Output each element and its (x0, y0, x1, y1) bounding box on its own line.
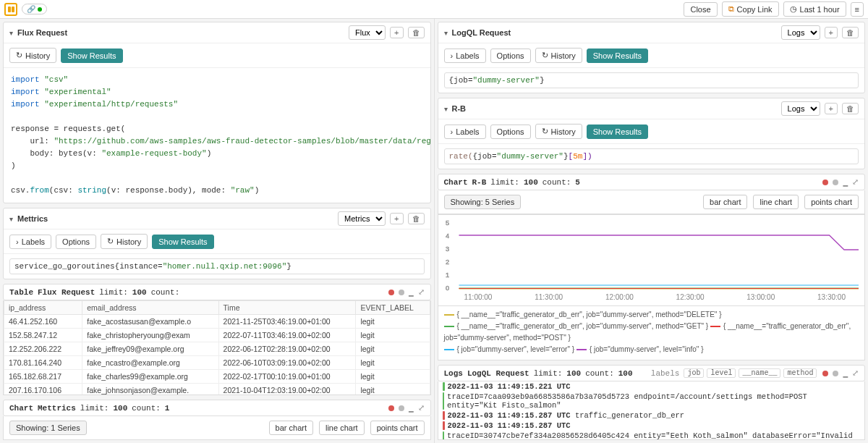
labels-tab[interactable]: ›Labels (9, 235, 51, 249)
log-line[interactable]: 2022-11-03 11:49:15.221 UTC (438, 381, 865, 392)
copy-link-button[interactable]: ⧉Copy Link (722, 1, 779, 17)
legend-item[interactable]: { __name__="traffic_generator_db_err", j… (457, 322, 710, 330)
options-tab[interactable]: Options (490, 48, 531, 63)
log-tag[interactable]: job (684, 368, 704, 378)
table-row[interactable]: 207.16.170.106fake_johnsonjason@example.… (4, 384, 430, 395)
options-tab[interactable]: Options (490, 125, 531, 139)
delete-panel-button[interactable]: 🗑 (408, 213, 425, 224)
expand-button[interactable]: ⤢ (852, 177, 859, 187)
log-tag[interactable]: __name__ (739, 368, 780, 378)
add-panel-button[interactable]: + (825, 27, 838, 38)
table-row[interactable]: 46.41.252.160fake_acostasusan@example.o2… (4, 315, 430, 329)
log-tag[interactable]: level (707, 368, 736, 378)
rb-query-input[interactable]: rate({job="dummy-server"}[5m]) (444, 148, 859, 164)
time-range-button[interactable]: ◷Last 1 hour (783, 1, 846, 17)
table-row[interactable]: 152.58.247.12fake_christopheryoung@exam2… (4, 329, 430, 342)
metrics-type-select[interactable]: Metrics (338, 211, 386, 226)
add-panel-button[interactable]: + (390, 27, 403, 38)
col-email[interactable]: email_address (82, 301, 218, 315)
table-row[interactable]: 165.182.68.217fake_charles99@example.org… (4, 370, 430, 384)
log-line[interactable]: traceID=7caa093eb9a66853586a7b3a705d5723… (438, 392, 865, 410)
expand-button[interactable]: ⤢ (852, 368, 859, 378)
legend-item[interactable]: { job="dummy-server", level="info" } (590, 345, 704, 353)
points-chart-button[interactable]: points chart (804, 195, 859, 209)
bar-chart-button[interactable]: bar chart (269, 421, 313, 435)
log-line[interactable]: 2022-11-03 11:49:15.287 UTC (438, 421, 865, 431)
history-tab[interactable]: History (535, 124, 582, 139)
copy-icon: ⧉ (728, 4, 734, 14)
delete-panel-button[interactable]: 🗑 (842, 103, 859, 114)
history-icon (542, 51, 548, 60)
chevron-right-icon: › (16, 237, 19, 246)
flux-type-select[interactable]: Flux (349, 25, 386, 40)
legend-item[interactable]: { job="dummy-server", level="error" } (457, 345, 576, 353)
options-tab[interactable]: Options (56, 235, 96, 249)
history-tab[interactable]: History (535, 48, 582, 63)
series-count-chip[interactable]: Showing: 5 Series (444, 195, 522, 209)
show-results-tab[interactable]: Show Results (152, 235, 213, 249)
expand-button[interactable]: ⤢ (418, 403, 425, 413)
logs-body[interactable]: 2022-11-03 11:49:15.221 UTCtraceID=7caa0… (438, 381, 866, 440)
x-tick: 12:30:00 (676, 293, 705, 301)
status-dot-icon (822, 180, 828, 185)
chart-rb-header: Chart R-B limit: 100 count: 5 ▁⤢ (438, 174, 866, 190)
flux-panel: ▾ Flux Request Flux + 🗑 History Show Res… (3, 22, 431, 203)
expand-button[interactable]: ⤢ (418, 287, 425, 297)
collapse-icon[interactable]: ▾ (9, 29, 13, 37)
logql-panel: ▾ LogQL Request Logs + 🗑 ›Labels Options… (438, 22, 866, 93)
add-panel-button[interactable]: + (390, 213, 403, 224)
clock-icon: ◷ (790, 4, 797, 14)
menu-button[interactable]: ≡ (851, 2, 864, 17)
history-tab[interactable]: History (101, 234, 148, 249)
points-chart-button[interactable]: points chart (370, 421, 425, 435)
line-chart-button[interactable]: line chart (753, 195, 799, 209)
collapse-icon[interactable]: ▾ (444, 105, 448, 113)
logql-type-select[interactable]: Logs (781, 25, 820, 40)
close-button[interactable]: Close (684, 2, 717, 17)
collapse-icon[interactable]: ▾ (444, 29, 448, 37)
legend-swatch-icon (444, 314, 454, 316)
minimize-button[interactable]: ▁ (409, 403, 414, 413)
bar-chart-button[interactable]: bar chart (703, 195, 747, 209)
chart-rb-plot: 543210 11:00:0011:30:0012:00:0012:30:001… (438, 214, 866, 306)
show-results-tab[interactable]: Show Results (587, 125, 648, 139)
add-panel-button[interactable]: + (825, 103, 838, 114)
show-results-tab[interactable]: Show Results (61, 48, 122, 63)
rb-type-select[interactable]: Logs (781, 101, 820, 116)
labels-tab[interactable]: ›Labels (444, 48, 486, 63)
log-line[interactable]: traceID=30747cbe7ef334a20856528d6405c424… (438, 431, 865, 440)
minimize-button[interactable]: ▁ (843, 368, 848, 378)
flux-code-editor[interactable]: import "csv" import "experimental" impor… (4, 68, 430, 203)
line-chart-button[interactable]: line chart (319, 421, 365, 435)
delete-panel-button[interactable]: 🗑 (842, 27, 859, 38)
series-count-chip[interactable]: Showing: 1 Series (9, 421, 87, 435)
log-line[interactable]: 2022-11-03 11:49:15.287 UTC traffic_gene… (438, 410, 865, 421)
svg-text:3: 3 (446, 245, 449, 253)
delete-panel-button[interactable]: 🗑 (408, 27, 425, 38)
table-row[interactable]: 170.81.164.240fake_ncastro@example.org20… (4, 356, 430, 370)
table-src: Flux Request (38, 288, 95, 297)
labels-tab[interactable]: ›Labels (444, 125, 486, 139)
col-label[interactable]: EVENT_LABEL (356, 301, 430, 315)
status-dot-icon (833, 371, 838, 376)
log-level-bar-icon (443, 382, 445, 391)
legend-item[interactable]: { __name__="traffic_generator_db_err", j… (457, 311, 722, 318)
history-icon (542, 127, 548, 136)
minimize-button[interactable]: ▁ (843, 177, 848, 187)
collapse-icon[interactable]: ▾ (9, 215, 13, 223)
connection-chip[interactable]: 🔗 (22, 4, 47, 14)
table-row[interactable]: 12.252.206.222fake_jeffrey09@example.org… (4, 342, 430, 356)
log-tag[interactable]: method (783, 368, 817, 378)
x-tick: 11:30:00 (535, 293, 563, 301)
status-dot-icon (399, 405, 404, 411)
show-results-tab[interactable]: Show Results (587, 48, 648, 63)
minimize-button[interactable]: ▁ (409, 287, 414, 297)
logql-query-input[interactable]: {job="dummy-server"} (444, 72, 859, 88)
metrics-query-input[interactable]: service_go_goroutines{instance="homer.nu… (9, 258, 425, 274)
col-time[interactable]: Time (218, 301, 356, 315)
svg-text:4: 4 (446, 232, 449, 240)
history-tab[interactable]: History (9, 48, 56, 63)
history-icon (16, 51, 22, 60)
col-ip[interactable]: ip_address (4, 301, 82, 315)
topbar: 🔗 Close ⧉Copy Link ◷Last 1 hour ≡ (0, 0, 868, 19)
